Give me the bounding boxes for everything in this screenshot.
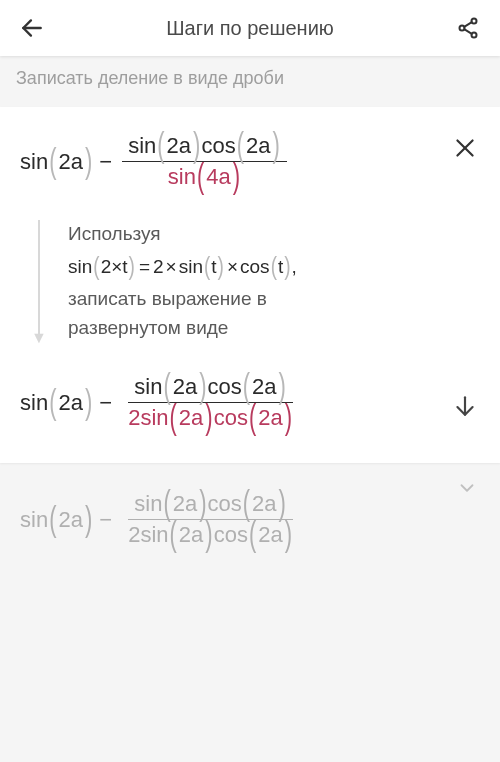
hint-line-1: Используя xyxy=(68,220,470,249)
fraction-1: sin(2a)cos(2a) sin(4a) xyxy=(122,131,287,192)
close-icon xyxy=(452,135,478,161)
expression-1: sin ( 2a ) − sin(2a)cos(2a) sin(4a) xyxy=(20,131,480,192)
expression-3-faded: sin ( 2a ) − sin(2a)cos(2a) 2sin(2a)cos(… xyxy=(20,489,480,550)
chevron-down-icon xyxy=(456,477,478,499)
fraction-3: sin(2a)cos(2a) 2sin(2a)cos(2a) xyxy=(122,489,299,550)
solution-step-card: sin ( 2a ) − sin(2a)cos(2a) sin(4a) ▼ Ис… xyxy=(0,107,500,463)
page-title: Шаги по решению xyxy=(52,17,448,40)
next-step-button[interactable] xyxy=(452,393,478,423)
hint-block: ▼ Используя sin(2×t) = 2 × sin(t) × cos(… xyxy=(30,220,480,342)
paren-close: ) xyxy=(84,141,93,183)
share-button[interactable] xyxy=(448,8,488,48)
fraction-2: sin(2a)cos(2a) 2sin(2a)cos(2a) xyxy=(122,372,299,433)
hint-line-2b: развернутом виде xyxy=(68,314,470,343)
svg-line-4 xyxy=(464,22,472,27)
hint-line-2a: записать выражение в xyxy=(68,285,470,314)
paren-open: ( xyxy=(48,141,57,183)
next-step-preview: sin ( 2a ) − sin(2a)cos(2a) 2sin(2a)cos(… xyxy=(0,471,500,560)
hint-arrow: ▼ xyxy=(30,220,48,342)
sin-func: sin xyxy=(20,149,48,175)
close-step-button[interactable] xyxy=(452,135,478,165)
hint-text: Используя sin(2×t) = 2 × sin(t) × cos(t)… xyxy=(68,220,480,342)
back-button[interactable] xyxy=(12,8,52,48)
app-header: Шаги по решению xyxy=(0,0,500,56)
arg: 2a xyxy=(57,149,83,175)
hint-formula: sin(2×t) = 2 × sin(t) × cos(t), xyxy=(68,253,470,282)
expand-next-button[interactable] xyxy=(456,477,478,503)
share-icon xyxy=(456,16,480,40)
svg-line-5 xyxy=(464,29,472,34)
arrow-down-icon xyxy=(452,393,478,419)
minus-op: − xyxy=(93,149,118,175)
step-description: Записать деление в виде дроби xyxy=(0,56,500,107)
expression-2: sin ( 2a ) − sin(2a)cos(2a) 2sin(2a)cos(… xyxy=(20,372,480,433)
arrow-left-icon xyxy=(19,15,45,41)
